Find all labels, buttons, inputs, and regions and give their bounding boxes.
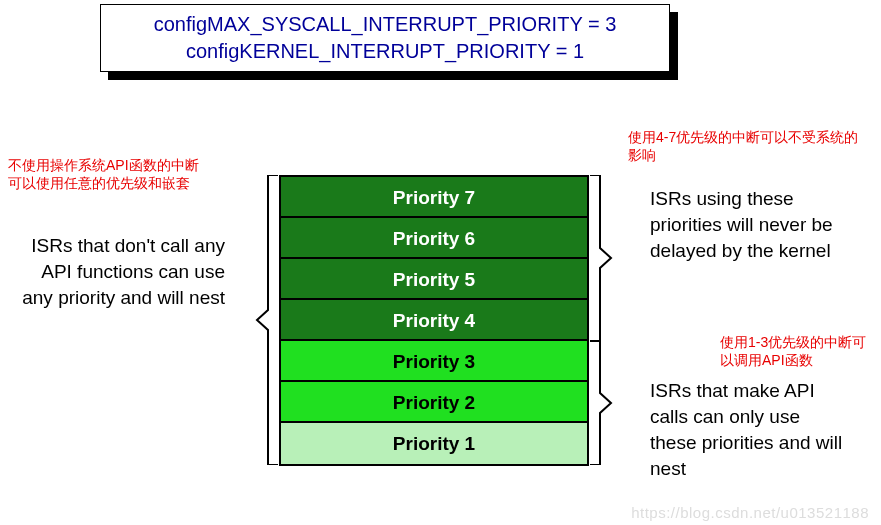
config-box-inner: configMAX_SYSCALL_INTERRUPT_PRIORITY = 3…: [100, 4, 670, 72]
watermark: https://blog.csdn.net/u013521188: [631, 504, 869, 521]
annotation-right-bottom-red: 使用1-3优先级的中断可以调用API函数: [720, 333, 875, 369]
priority-row-3: Priority 3: [281, 341, 587, 382]
priority-row-5: Priority 5: [281, 259, 587, 300]
priority-row-2: Priority 2: [281, 382, 587, 423]
priority-row-1: Priority 1: [281, 423, 587, 464]
label-left: ISRs that don't call any API functions c…: [10, 233, 225, 311]
priority-row-6: Priority 6: [281, 218, 587, 259]
config-line-kernel: configKERNEL_INTERRUPT_PRIORITY = 1: [101, 38, 669, 65]
bracket-right-bottom: [589, 341, 643, 465]
bracket-left: [225, 175, 279, 465]
bracket-right-top: [589, 175, 643, 341]
annotation-right-top-red: 使用4-7优先级的中断可以不受系统的影响: [628, 128, 868, 164]
annotation-left-red: 不使用操作系统API函数的中断可以使用任意的优先级和嵌套: [8, 156, 208, 192]
priority-row-4: Priority 4: [281, 300, 587, 341]
priority-stack: Priority 7 Priority 6 Priority 5 Priorit…: [279, 175, 589, 466]
label-right-top: ISRs using these priorities will never b…: [650, 186, 850, 264]
config-box: configMAX_SYSCALL_INTERRUPT_PRIORITY = 3…: [100, 4, 670, 72]
priority-row-7: Priority 7: [281, 177, 587, 218]
label-right-bottom: ISRs that make API calls can only use th…: [650, 378, 850, 482]
config-line-syscall: configMAX_SYSCALL_INTERRUPT_PRIORITY = 3: [101, 11, 669, 38]
